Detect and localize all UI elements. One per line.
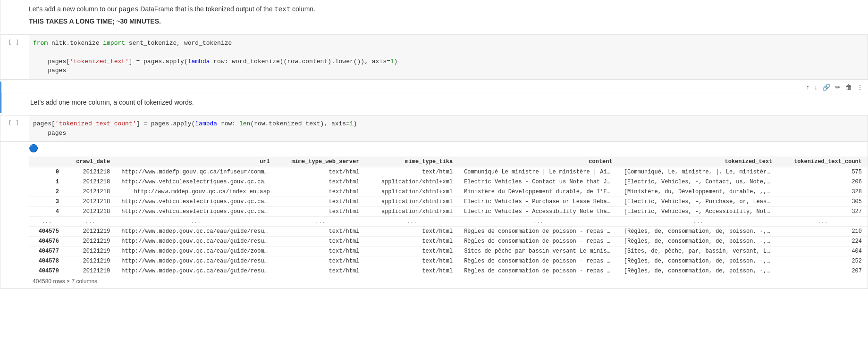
cell-toolbar: ↑ ↓ 🔗 ✏ 🗑 ⋮	[1, 82, 868, 93]
table-cell-tokenized_text: [Règles, de, consommation, de, poisson, …	[618, 227, 778, 237]
table-cell-mime_type_web_server: text/html	[276, 227, 365, 237]
table-cell-mime_type_tika: application/xhtml+xml	[365, 187, 458, 197]
table-cell-mime_type_web_server: text/html	[276, 266, 365, 276]
col-header-url: url	[116, 156, 276, 167]
table-row: 40457720121219http://www.mddep.gouv.qc.c…	[29, 247, 868, 256]
table-cell-mime_type_tika: application/xhtml+xml	[365, 207, 458, 217]
table-row: 40457920121219http://www.mddep.gouv.qc.c…	[29, 266, 868, 276]
table-cell-content: ...	[458, 217, 618, 227]
table-cell-tokenized_text: [Communiqué, Le, ministre, |, Le, minist…	[618, 167, 778, 177]
output-area: 🔵 crawl_date url mime_type_web_server mi…	[0, 141, 868, 288]
table-cell-idx: ...	[29, 217, 65, 227]
table-cell-crawl_date: 20121218	[65, 197, 116, 207]
table-cell-idx: 2	[29, 187, 65, 197]
move-down-icon[interactable]: ↓	[813, 82, 818, 92]
table-cell-tokenized_text_count: 305	[778, 197, 868, 207]
table-cell-crawl_date: ...	[65, 217, 116, 227]
col-header-idx	[29, 156, 65, 167]
markdown-cell-2: Let's add one more column, a count of to…	[1, 93, 868, 113]
table-cell-url: http://www.mddep.gouv.qc.ca/eau/guide/zo…	[116, 247, 276, 256]
table-cell-url: ...	[116, 217, 276, 227]
dataframe-container[interactable]: crawl_date url mime_type_web_server mime…	[0, 155, 868, 288]
link-icon[interactable]: 🔗	[821, 82, 831, 92]
delete-icon[interactable]: 🗑	[844, 82, 853, 92]
table-cell-mime_type_tika: text/html	[365, 167, 458, 177]
table-cell-idx: 404579	[29, 266, 65, 276]
table-cell-url: http://www.mddep.gouv.qc.ca/index_en.asp	[116, 187, 276, 197]
table-cell-url: http://www.vehiculeselectriques.gouv.qc.…	[116, 197, 276, 207]
col-header-tokenized-text: tokenized_text	[618, 156, 778, 167]
table-cell-mime_type_web_server: text/html	[276, 197, 365, 207]
table-cell-url: http://www.vehiculeselectriques.gouv.qc.…	[116, 207, 276, 217]
table-cell-tokenized_text: [Sites, de, pêche, par, bassin, versant,…	[618, 247, 778, 256]
table-cell-idx: 0	[29, 167, 65, 177]
table-cell-crawl_date: 20121218	[65, 187, 116, 197]
table-row: 320121218http://www.vehiculeselectriques…	[29, 197, 868, 207]
table-cell-crawl_date: 20121219	[65, 247, 116, 256]
table-row: 420121218http://www.vehiculeselectriques…	[29, 207, 868, 217]
table-cell-crawl_date: 20121219	[65, 237, 116, 247]
table-cell-url: http://www.vehiculeselectriques.gouv.qc.…	[116, 177, 276, 187]
table-cell-tokenized_text: [Electric, Vehicles, –, Purchase, or, Le…	[618, 197, 778, 207]
table-cell-content: Règles de consommation de poisson - repa…	[458, 256, 618, 266]
table-cell-url: http://www.mddep.gouv.qc.ca/eau/guide/re…	[116, 266, 276, 276]
table-cell-idx: 1	[29, 177, 65, 187]
dataframe-table: crawl_date url mime_type_web_server mime…	[29, 156, 868, 276]
table-cell-content: Ministère du Développement durable, de l…	[458, 187, 618, 197]
table-cell-mime_type_tika: text/html	[365, 227, 458, 237]
table-cell-mime_type_tika: text/html	[365, 237, 458, 247]
table-cell-url: http://www.mddefp.gouv.qc.ca/infuseur/co…	[116, 167, 276, 177]
table-cell-content: Electric Vehicles - Accessibility Note t…	[458, 207, 618, 217]
table-cell-mime_type_tika: ...	[365, 217, 458, 227]
table-row: 40457820121219http://www.mddep.gouv.qc.c…	[29, 256, 868, 266]
col-header-tokenized-count: tokenized_text_count	[778, 156, 868, 167]
intro-markdown-cell: Let's add a new column to our pages Data…	[0, 0, 868, 33]
table-cell-tokenized_text_count: 404	[778, 247, 868, 256]
dataframe-icon: 🔵	[29, 144, 38, 153]
code-cell-1: [ ] from nltk.tokenize import sent_token…	[0, 34, 868, 80]
table-cell-content: Sites de pêche par bassin versant Le min…	[458, 247, 618, 256]
table-cell-mime_type_web_server: text/html	[276, 247, 365, 256]
more-icon[interactable]: ⋮	[856, 82, 864, 92]
table-cell-tokenized_text_count: 252	[778, 256, 868, 266]
table-cell-idx: 404578	[29, 256, 65, 266]
table-row: 020121218http://www.mddefp.gouv.qc.ca/in…	[29, 167, 868, 177]
col-header-mime-tika: mime_type_tika	[365, 156, 458, 167]
col-header-mime-web: mime_type_web_server	[276, 156, 365, 167]
table-cell-tokenized_text_count: 224	[778, 237, 868, 247]
dataframe-info: 404580 rows × 7 columns	[29, 276, 868, 287]
table-cell-idx: 404575	[29, 227, 65, 237]
dataframe-row-count: 404580 rows × 7 columns	[33, 278, 97, 285]
table-cell-url: http://www.mddep.gouv.qc.ca/eau/guide/re…	[116, 256, 276, 266]
markdown-cell-2-wrapper: ↑ ↓ 🔗 ✏ 🗑 ⋮ Let's add one more column, a…	[0, 82, 868, 113]
table-header-row: crawl_date url mime_type_web_server mime…	[29, 156, 868, 167]
table-cell-mime_type_web_server: text/html	[276, 207, 365, 217]
table-cell-idx: 4	[29, 207, 65, 217]
table-cell-content: Règles de consommation de poisson - repa…	[458, 227, 618, 237]
table-cell-mime_type_web_server: ...	[276, 217, 365, 227]
table-cell-tokenized_text_count: ...	[778, 217, 868, 227]
table-cell-mime_type_web_server: text/html	[276, 167, 365, 177]
table-cell-content: Electric Vehicles – Purchase or Lease Re…	[458, 197, 618, 207]
table-cell-content: Communiqué Le ministre | Le ministère | …	[458, 167, 618, 177]
code-editor-1[interactable]: from nltk.tokenize import sent_tokenize,…	[29, 35, 868, 79]
table-cell-tokenized_text: [Electric, Vehicles, -, Contact, us, Not…	[618, 177, 778, 187]
intro-line2: THIS TAKES A LONG TIME; ~30 MINUTES.	[29, 16, 860, 26]
cell-indicator-1[interactable]: [ ]	[0, 35, 29, 49]
edit-icon[interactable]: ✏	[834, 82, 842, 92]
table-cell-mime_type_web_server: text/html	[276, 237, 365, 247]
move-up-icon[interactable]: ↑	[805, 82, 810, 92]
table-cell-crawl_date: 20121219	[65, 256, 116, 266]
code-cell-2: [ ] pages['tokenized_text_count'] = page…	[0, 115, 868, 289]
code-editor-2[interactable]: pages['tokenized_text_count'] = pages.ap…	[29, 115, 868, 141]
table-cell-tokenized_text: [Règles, de, consommation, de, poisson, …	[618, 237, 778, 247]
cell-input-2: [ ] pages['tokenized_text_count'] = page…	[0, 115, 868, 141]
table-cell-tokenized_text: [Electric, Vehicles, -, Accessibility, N…	[618, 207, 778, 217]
table-cell-mime_type_tika: text/html	[365, 256, 458, 266]
table-cell-content: Règles de consommation de poisson - repa…	[458, 266, 618, 276]
table-cell-idx: 404576	[29, 237, 65, 247]
table-cell-mime_type_web_server: text/html	[276, 256, 365, 266]
table-cell-crawl_date: 20121219	[65, 227, 116, 237]
cell-indicator-2[interactable]: [ ]	[0, 115, 29, 130]
table-row: 40457520121219http://www.mddep.gouv.qc.c…	[29, 227, 868, 237]
